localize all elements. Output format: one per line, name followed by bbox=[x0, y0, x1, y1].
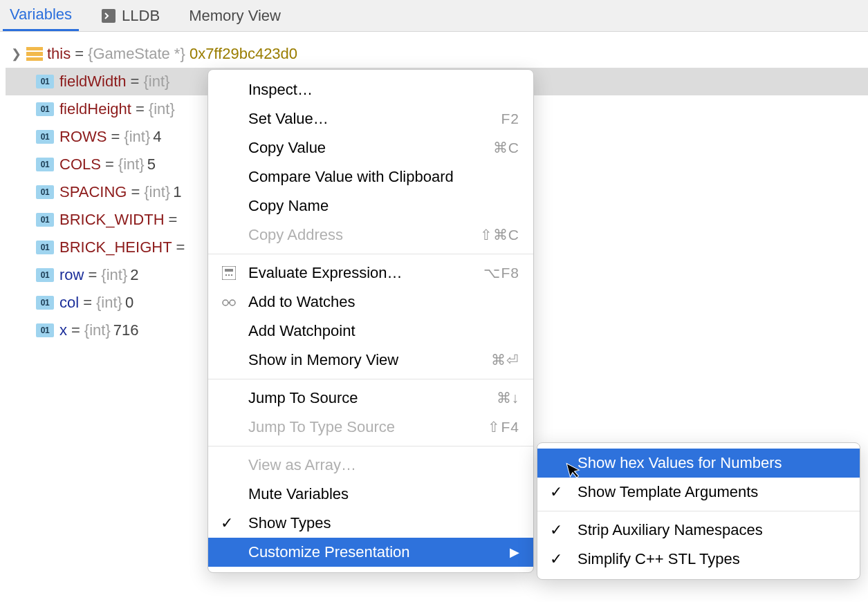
menu-set-value[interactable]: Set Value…F2 bbox=[208, 104, 533, 133]
menu-jump-to-type-source: Jump To Type Source⇧F4 bbox=[208, 413, 533, 442]
equals-sign: = bbox=[136, 100, 145, 118]
equals-sign: = bbox=[88, 266, 97, 284]
svg-point-3 bbox=[225, 274, 227, 276]
glasses-icon bbox=[221, 294, 237, 310]
var-type: {int} bbox=[143, 73, 169, 91]
shortcut: ⌥F8 bbox=[483, 265, 519, 281]
equals-sign: = bbox=[169, 211, 178, 229]
number-badge-icon: 01 bbox=[36, 158, 54, 171]
context-menu: Inspect… Set Value…F2 Copy Value⌘C Compa… bbox=[207, 69, 534, 573]
menu-copy-name[interactable]: Copy Name bbox=[208, 191, 533, 220]
tab-variables[interactable]: Variables bbox=[3, 0, 79, 31]
check-icon: ✓ bbox=[550, 550, 562, 568]
submenu-customize-presentation: Show hex Values for Numbers ✓Show Templa… bbox=[537, 442, 860, 580]
var-type: {int} bbox=[96, 294, 122, 312]
var-name: BRICK_HEIGHT bbox=[59, 238, 172, 256]
menu-separator bbox=[208, 254, 533, 254]
menu-add-watchpoint[interactable]: Add Watchpoint bbox=[208, 317, 533, 346]
calculator-icon bbox=[221, 265, 237, 281]
submenu-show-template-arguments[interactable]: ✓Show Template Arguments bbox=[537, 478, 860, 507]
menu-inspect[interactable]: Inspect… bbox=[208, 75, 533, 104]
check-icon: ✓ bbox=[550, 483, 562, 501]
menu-view-as-array: View as Array… bbox=[208, 451, 533, 480]
debug-tabs: Variables LLDB Memory View bbox=[0, 0, 868, 32]
var-address: 0x7ff29bc423d0 bbox=[190, 45, 297, 63]
equals-sign: = bbox=[75, 45, 84, 63]
var-name: BRICK_WIDTH bbox=[59, 211, 165, 229]
object-icon bbox=[26, 47, 43, 61]
equals-sign: = bbox=[71, 321, 80, 339]
menu-mute-variables[interactable]: Mute Variables bbox=[208, 480, 533, 509]
var-value: 5 bbox=[147, 156, 156, 173]
shortcut: ⌘↓ bbox=[497, 390, 520, 406]
svg-point-5 bbox=[231, 274, 232, 276]
var-type: {int} bbox=[144, 183, 170, 201]
tab-memory-view[interactable]: Memory View bbox=[182, 0, 288, 31]
number-badge-icon: 01 bbox=[36, 75, 54, 88]
chevron-right-icon: ▶ bbox=[510, 545, 519, 560]
terminal-icon bbox=[101, 8, 116, 23]
menu-customize-presentation[interactable]: Customize Presentation▶ bbox=[208, 538, 533, 567]
var-name: COLS bbox=[59, 156, 101, 173]
var-name: row bbox=[59, 266, 84, 284]
var-value: 4 bbox=[153, 128, 161, 146]
chevron-right-icon[interactable]: ❯ bbox=[11, 46, 24, 62]
menu-separator bbox=[208, 446, 533, 446]
check-icon: ✓ bbox=[221, 514, 233, 532]
var-name: this bbox=[47, 45, 71, 63]
var-name: SPACING bbox=[59, 183, 127, 201]
equals-sign: = bbox=[111, 128, 120, 146]
menu-separator bbox=[208, 379, 533, 379]
var-value: 716 bbox=[113, 321, 139, 339]
menu-show-types[interactable]: ✓Show Types bbox=[208, 509, 533, 538]
equals-sign: = bbox=[105, 156, 114, 173]
svg-point-4 bbox=[228, 274, 230, 276]
var-type: {int} bbox=[118, 156, 145, 173]
menu-add-to-watches[interactable]: Add to Watches bbox=[208, 288, 533, 317]
submenu-show-hex-values[interactable]: Show hex Values for Numbers bbox=[537, 449, 860, 478]
menu-copy-address: Copy Address⇧⌘C bbox=[208, 220, 533, 250]
tab-lldb[interactable]: LLDB bbox=[94, 0, 167, 31]
svg-point-7 bbox=[230, 300, 235, 305]
number-badge-icon: 01 bbox=[36, 130, 54, 144]
shortcut: ⌘C bbox=[493, 140, 519, 156]
var-type: {GameState *} bbox=[88, 45, 185, 63]
var-type: {int} bbox=[124, 128, 150, 146]
equals-sign: = bbox=[176, 238, 185, 256]
number-badge-icon: 01 bbox=[36, 296, 54, 310]
menu-compare-clipboard[interactable]: Compare Value with Clipboard bbox=[208, 162, 533, 191]
var-name: x bbox=[59, 321, 67, 339]
equals-sign: = bbox=[83, 294, 92, 312]
var-name: fieldWidth bbox=[59, 73, 127, 91]
menu-separator bbox=[537, 511, 860, 511]
var-type: {int} bbox=[149, 100, 175, 118]
check-icon: ✓ bbox=[550, 521, 562, 539]
menu-copy-value[interactable]: Copy Value⌘C bbox=[208, 133, 533, 162]
menu-jump-to-source[interactable]: Jump To Source⌘↓ bbox=[208, 384, 533, 413]
menu-evaluate-expression[interactable]: Evaluate Expression…⌥F8 bbox=[208, 258, 533, 288]
tree-row-this[interactable]: ❯ this = {GameState *} 0x7ff29bc423d0 bbox=[6, 40, 868, 68]
number-badge-icon: 01 bbox=[36, 213, 54, 227]
number-badge-icon: 01 bbox=[36, 185, 54, 199]
tab-lldb-label: LLDB bbox=[122, 7, 160, 25]
shortcut: F2 bbox=[501, 111, 519, 127]
var-type: {int} bbox=[101, 266, 127, 284]
var-name: col bbox=[59, 294, 79, 312]
number-badge-icon: 01 bbox=[36, 323, 54, 337]
menu-show-in-memory-view[interactable]: Show in Memory View⌘⏎ bbox=[208, 346, 533, 375]
var-value: 2 bbox=[130, 266, 138, 284]
svg-point-6 bbox=[223, 300, 228, 305]
var-name: fieldHeight bbox=[59, 100, 131, 118]
shortcut: ⌘⏎ bbox=[491, 352, 519, 368]
submenu-simplify-cpp-stl-types[interactable]: ✓Simplify C++ STL Types bbox=[537, 545, 860, 574]
svg-rect-2 bbox=[225, 269, 233, 272]
number-badge-icon: 01 bbox=[36, 268, 54, 282]
svg-rect-1 bbox=[222, 266, 236, 280]
equals-sign: = bbox=[131, 183, 140, 201]
submenu-strip-auxiliary-namespaces[interactable]: ✓Strip Auxiliary Namespaces bbox=[537, 516, 860, 545]
shortcut: ⇧F4 bbox=[488, 419, 519, 435]
var-type: {int} bbox=[84, 321, 111, 339]
equals-sign: = bbox=[131, 73, 140, 91]
shortcut: ⇧⌘C bbox=[480, 227, 519, 243]
var-name: ROWS bbox=[59, 128, 107, 146]
